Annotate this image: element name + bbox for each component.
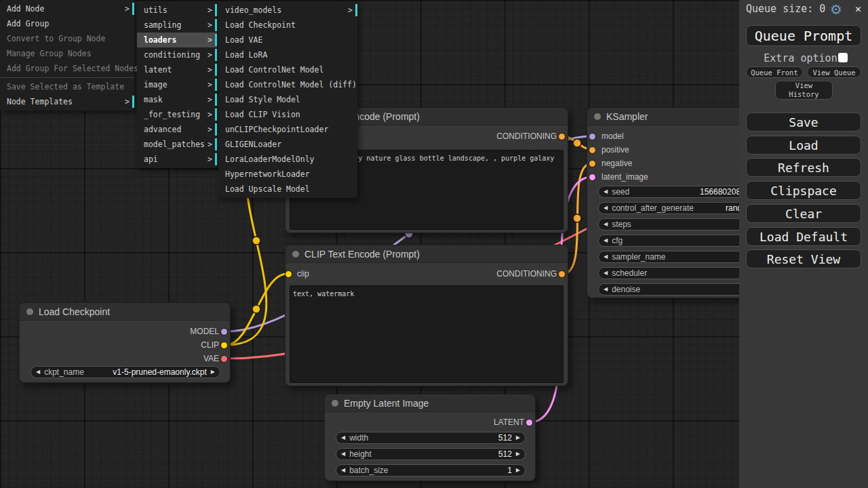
- input-label: positive: [601, 145, 629, 155]
- menu-item-manage-group-nodes[interactable]: Manage Group Nodes: [0, 46, 134, 61]
- extra-options-checkbox[interactable]: [838, 53, 848, 62]
- menu-item-video-models[interactable]: video_models>: [218, 3, 357, 18]
- prev-value-icon[interactable]: ◀: [604, 186, 608, 198]
- next-value-icon[interactable]: ▶: [211, 366, 215, 378]
- menu-item-load-style-model[interactable]: Load Style Model: [218, 92, 357, 107]
- menu-item-loaders[interactable]: loaders>: [137, 33, 217, 47]
- menu-item-for-testing[interactable]: _for_testing>: [137, 107, 217, 122]
- input-port-latent-image[interactable]: [589, 174, 595, 180]
- prompt-textarea[interactable]: text, watermark: [290, 285, 564, 383]
- menu-item-add-group[interactable]: Add Group: [0, 16, 134, 31]
- node-clip-text-encode-negative[interactable]: CLIP Text Encode (Prompt) clip CONDITION…: [285, 245, 568, 386]
- submenu-arrow-icon: >: [125, 94, 130, 109]
- widget-value: 512: [498, 433, 512, 443]
- next-value-icon[interactable]: ▶: [516, 448, 520, 460]
- prev-value-icon[interactable]: ◀: [604, 218, 608, 230]
- prev-value-icon[interactable]: ◀: [341, 464, 345, 476]
- collapse-dot-icon[interactable]: [594, 113, 601, 120]
- prev-value-icon[interactable]: ◀: [604, 251, 608, 263]
- menu-item-latent[interactable]: latent>: [137, 62, 217, 77]
- menu-item-load-lora[interactable]: Load LoRA: [218, 47, 357, 62]
- output-port-model[interactable]: [221, 329, 227, 335]
- output-label: MODEL: [190, 327, 219, 336]
- menu-item-api[interactable]: api>: [137, 152, 217, 167]
- collapse-dot-icon[interactable]: [292, 251, 299, 258]
- height-widget[interactable]: ◀ height 512 ▶: [336, 448, 526, 460]
- category-submenu: utils> sampling> loaders> conditioning> …: [137, 1, 217, 168]
- node-title-bar[interactable]: Empty Latent Image: [325, 394, 535, 412]
- output-label: VAE: [203, 354, 219, 363]
- collapse-dot-icon[interactable]: [26, 308, 33, 315]
- reset-view-button[interactable]: Reset View: [746, 249, 861, 268]
- load-button[interactable]: Load: [746, 136, 861, 155]
- ckpt-name-widget[interactable]: ◀ ckpt_name v1-5-pruned-emaonly.ckpt ▶: [31, 366, 220, 378]
- load-default-button[interactable]: Load Default: [746, 227, 861, 246]
- collapse-dot-icon[interactable]: [332, 400, 338, 407]
- menu-item-model-patches[interactable]: model_patches>: [137, 137, 217, 152]
- clipspace-button[interactable]: Clipspace: [746, 181, 861, 200]
- menu-item-load-vae[interactable]: Load VAE: [218, 33, 357, 47]
- menu-item-save-selected-template[interactable]: Save Selected as Template: [0, 79, 134, 94]
- node-title-bar[interactable]: CLIP Text Encode (Prompt): [285, 245, 568, 263]
- view-queue-button[interactable]: View Queue: [807, 66, 861, 78]
- node-empty-latent-image[interactable]: Empty Latent Image LATENT ◀ width 512 ▶ …: [324, 394, 536, 481]
- menu-item-conditioning[interactable]: conditioning>: [137, 47, 217, 62]
- prev-value-icon[interactable]: ◀: [604, 202, 608, 214]
- prev-value-icon[interactable]: ◀: [341, 448, 345, 460]
- menu-item-load-clip-vision[interactable]: Load CLIP Vision: [218, 107, 357, 122]
- input-port-clip[interactable]: [285, 271, 292, 277]
- menu-item-hypernetwork-loader[interactable]: HypernetworkLoader: [218, 167, 357, 182]
- width-widget[interactable]: ◀ width 512 ▶: [336, 432, 526, 444]
- prev-value-icon[interactable]: ◀: [604, 267, 608, 279]
- menu-item-gligen-loader[interactable]: GLIGENLoader: [218, 137, 357, 152]
- close-icon[interactable]: ✕: [855, 3, 861, 15]
- save-button[interactable]: Save: [746, 113, 861, 131]
- menu-item-convert-to-group-node[interactable]: Convert to Group Node: [0, 31, 134, 46]
- node-load-checkpoint[interactable]: Load Checkpoint MODEL CLIP VAE ◀ ckpt_na…: [19, 302, 231, 383]
- menu-item-unclip-checkpoint-loader[interactable]: unCLIPCheckpointLoader: [218, 122, 357, 137]
- view-history-button[interactable]: View History: [775, 81, 833, 100]
- menu-item-image[interactable]: image>: [137, 77, 217, 92]
- output-label: CONDITIONING: [496, 269, 557, 279]
- output-port-conditioning[interactable]: [559, 271, 565, 277]
- output-port-clip[interactable]: [221, 342, 227, 348]
- clear-button[interactable]: Clear: [746, 204, 861, 223]
- output-port-vae[interactable]: [221, 356, 227, 362]
- menu-item-load-upscale-model[interactable]: Load Upscale Model: [218, 182, 357, 197]
- submenu-arrow-icon: >: [208, 33, 212, 47]
- input-port-positive[interactable]: [589, 147, 595, 153]
- menu-item-node-templates[interactable]: Node Templates >: [0, 94, 134, 109]
- menu-item-utils[interactable]: utils>: [137, 3, 217, 18]
- extra-options-label: Extra options: [739, 52, 868, 64]
- comfyui-app: CLIP Text Encode (Prompt) CONDITIONING b…: [0, 0, 868, 488]
- menu-item-load-controlnet-model-diff[interactable]: Load ControlNet Model (diff): [218, 77, 357, 92]
- submenu-arrow-icon: >: [348, 3, 353, 18]
- next-value-icon[interactable]: ▶: [516, 432, 520, 444]
- menu-item-lora-loader-model-only[interactable]: LoraLoaderModelOnly: [218, 152, 357, 167]
- output-port-latent[interactable]: [526, 420, 532, 426]
- batch-size-widget[interactable]: ◀ batch_size 1 ▶: [336, 464, 526, 476]
- output-port-conditioning[interactable]: [559, 134, 565, 140]
- prev-value-icon[interactable]: ◀: [604, 283, 608, 296]
- queue-front-button[interactable]: Queue Front: [746, 66, 803, 78]
- input-port-negative[interactable]: [589, 161, 595, 167]
- prev-value-icon[interactable]: ◀: [36, 366, 40, 378]
- menu-item-load-controlnet-model[interactable]: Load ControlNet Model: [218, 62, 357, 77]
- queue-prompt-button[interactable]: Queue Prompt: [746, 25, 861, 46]
- menu-item-add-group-for-selected[interactable]: Add Group For Selected Nodes: [0, 61, 134, 76]
- widget-label: batch_size: [349, 466, 388, 475]
- node-title-bar[interactable]: Load Checkpoint: [20, 303, 230, 321]
- menu-item-add-node[interactable]: Add Node >: [0, 1, 134, 16]
- menu-item-advanced[interactable]: advanced>: [137, 122, 217, 137]
- menu-item-load-checkpoint[interactable]: Load Checkpoint: [218, 18, 357, 33]
- widget-label: steps: [612, 220, 631, 229]
- menu-item-sampling[interactable]: sampling>: [137, 18, 217, 33]
- prev-value-icon[interactable]: ◀: [341, 432, 345, 444]
- refresh-button[interactable]: Refresh: [746, 158, 861, 177]
- widget-label: ckpt_name: [44, 367, 84, 377]
- next-value-icon[interactable]: ▶: [516, 464, 520, 476]
- menu-item-mask[interactable]: mask>: [137, 92, 217, 107]
- input-port-model[interactable]: [589, 134, 595, 140]
- prev-value-icon[interactable]: ◀: [604, 235, 608, 247]
- settings-gear-icon[interactable]: ⚙: [830, 1, 842, 18]
